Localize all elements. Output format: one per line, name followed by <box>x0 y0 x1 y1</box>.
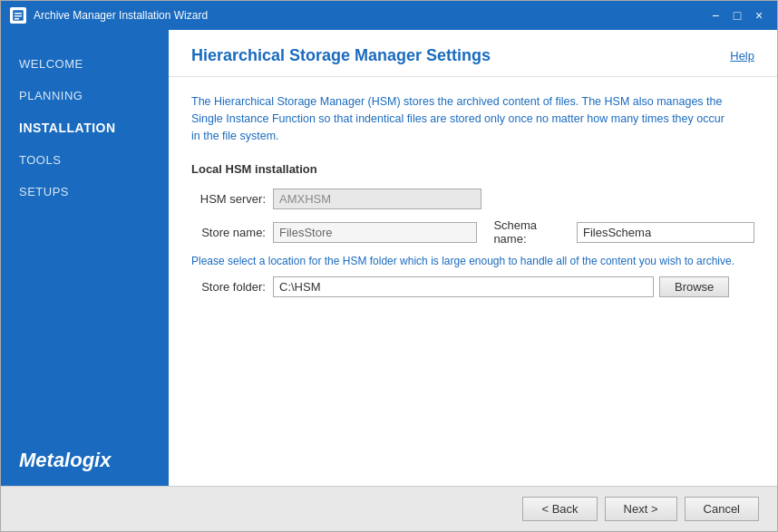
app-icon <box>10 7 26 24</box>
hsm-server-row: HSM server: <box>191 189 754 209</box>
store-folder-label: Store folder: <box>191 280 273 294</box>
sidebar: WELCOME PLANNING INSTALLATION TOOLS SETU… <box>1 30 169 486</box>
maximize-button[interactable]: □ <box>728 6 746 24</box>
store-name-label: Store name: <box>191 226 273 239</box>
cancel-button[interactable]: Cancel <box>685 497 759 521</box>
store-folder-row: Store folder: Browse <box>191 276 754 297</box>
title-bar: Archive Manager Installation Wizard − □ … <box>1 1 777 30</box>
section-title: Local HSM installation <box>191 162 754 176</box>
footer: < Back Next > Cancel <box>1 486 777 531</box>
svg-rect-2 <box>15 15 22 17</box>
minimize-button[interactable]: − <box>706 6 725 24</box>
schema-name-input[interactable] <box>577 222 754 243</box>
page-title: Hierarchical Storage Manager Settings <box>191 46 491 65</box>
sidebar-logo: Metalogix <box>1 435 169 486</box>
main-header: Hierarchical Storage Manager Settings He… <box>169 30 777 77</box>
store-schema-row: Store name: Schema name: <box>191 218 754 246</box>
store-name-input[interactable] <box>273 222 477 243</box>
main-panel: Hierarchical Storage Manager Settings He… <box>169 30 777 486</box>
sidebar-item-tools[interactable]: TOOLS <box>1 144 169 176</box>
schema-name-label: Schema name: <box>493 218 571 246</box>
description-text: The Hierarchical Storage Manager (HSM) s… <box>191 93 735 144</box>
title-bar-text: Archive Manager Installation Wizard <box>34 9 706 22</box>
close-button[interactable]: × <box>750 6 768 24</box>
sidebar-item-welcome[interactable]: WELCOME <box>1 48 169 80</box>
sidebar-item-planning[interactable]: PLANNING <box>1 80 169 111</box>
content-area: WELCOME PLANNING INSTALLATION TOOLS SETU… <box>1 30 777 486</box>
hsm-server-input[interactable] <box>273 189 481 209</box>
sidebar-item-setups[interactable]: SETUPS <box>1 176 169 208</box>
hint-text: Please select a location for the HSM fol… <box>191 255 754 267</box>
title-bar-buttons: − □ × <box>706 6 768 24</box>
main-body: The Hierarchical Storage Manager (HSM) s… <box>169 77 777 486</box>
svg-rect-3 <box>15 18 19 20</box>
store-folder-input[interactable] <box>273 276 654 297</box>
sidebar-item-installation[interactable]: INSTALLATION <box>1 111 169 144</box>
help-link[interactable]: Help <box>730 49 754 63</box>
svg-rect-1 <box>15 13 22 15</box>
main-window: Archive Manager Installation Wizard − □ … <box>0 0 778 532</box>
browse-button[interactable]: Browse <box>659 276 729 297</box>
sidebar-nav: WELCOME PLANNING INSTALLATION TOOLS SETU… <box>1 30 169 435</box>
next-button[interactable]: Next > <box>605 497 677 521</box>
hsm-server-label: HSM server: <box>191 192 273 206</box>
back-button[interactable]: < Back <box>522 497 597 521</box>
